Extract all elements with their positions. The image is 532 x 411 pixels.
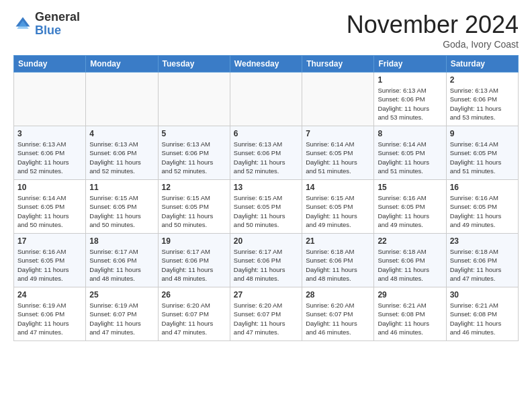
week-row-3: 17Sunrise: 6:16 AM Sunset: 6:05 PM Dayli… — [14, 234, 519, 287]
day-info: Sunrise: 6:13 AM Sunset: 6:06 PM Dayligh… — [378, 86, 442, 122]
day-info: Sunrise: 6:14 AM Sunset: 6:05 PM Dayligh… — [450, 140, 515, 175]
day-info: Sunrise: 6:13 AM Sunset: 6:06 PM Dayligh… — [234, 140, 298, 175]
day-info: Sunrise: 6:13 AM Sunset: 6:06 PM Dayligh… — [450, 86, 515, 122]
calendar-cell: 10Sunrise: 6:14 AM Sunset: 6:05 PM Dayli… — [14, 180, 86, 234]
logo-general-text: General — [35, 11, 80, 24]
calendar-cell: 14Sunrise: 6:15 AM Sunset: 6:05 PM Dayli… — [302, 180, 374, 234]
day-number: 2 — [450, 75, 515, 85]
logo-text: General Blue — [35, 11, 80, 38]
day-info: Sunrise: 6:18 AM Sunset: 6:06 PM Dayligh… — [306, 247, 370, 283]
day-number: 3 — [17, 129, 82, 138]
day-number: 9 — [450, 129, 515, 138]
day-info: Sunrise: 6:20 AM Sunset: 6:07 PM Dayligh… — [306, 301, 370, 336]
calendar-cell — [302, 73, 374, 126]
day-info: Sunrise: 6:14 AM Sunset: 6:05 PM Dayligh… — [17, 193, 82, 229]
day-number: 26 — [162, 290, 226, 300]
day-info: Sunrise: 6:16 AM Sunset: 6:05 PM Dayligh… — [378, 193, 442, 229]
calendar-cell: 5Sunrise: 6:13 AM Sunset: 6:06 PM Daylig… — [158, 126, 230, 180]
day-number: 10 — [17, 183, 82, 192]
day-info: Sunrise: 6:15 AM Sunset: 6:05 PM Dayligh… — [162, 193, 226, 229]
day-number: 6 — [234, 129, 298, 138]
calendar-cell: 24Sunrise: 6:19 AM Sunset: 6:06 PM Dayli… — [14, 287, 86, 341]
calendar-cell: 4Sunrise: 6:13 AM Sunset: 6:06 PM Daylig… — [86, 126, 158, 180]
calendar-cell: 29Sunrise: 6:21 AM Sunset: 6:08 PM Dayli… — [374, 287, 446, 341]
day-number: 8 — [378, 129, 442, 138]
calendar-cell: 23Sunrise: 6:18 AM Sunset: 6:06 PM Dayli… — [446, 234, 518, 287]
day-info: Sunrise: 6:18 AM Sunset: 6:06 PM Dayligh… — [450, 247, 515, 283]
day-number: 15 — [378, 183, 442, 192]
day-number: 17 — [17, 236, 82, 246]
calendar-cell: 2Sunrise: 6:13 AM Sunset: 6:06 PM Daylig… — [446, 73, 518, 126]
weekday-header-tuesday: Tuesday — [158, 56, 230, 73]
month-title: November 2024 — [347, 11, 519, 39]
day-number: 19 — [162, 236, 226, 246]
day-number: 21 — [306, 236, 370, 246]
calendar-cell — [14, 73, 86, 126]
day-number: 5 — [162, 129, 226, 138]
day-info: Sunrise: 6:13 AM Sunset: 6:06 PM Dayligh… — [89, 140, 154, 175]
day-number: 11 — [89, 183, 154, 192]
calendar-cell: 16Sunrise: 6:16 AM Sunset: 6:05 PM Dayli… — [446, 180, 518, 234]
day-number: 24 — [17, 290, 82, 300]
calendar-cell: 21Sunrise: 6:18 AM Sunset: 6:06 PM Dayli… — [302, 234, 374, 287]
calendar-cell: 3Sunrise: 6:13 AM Sunset: 6:06 PM Daylig… — [14, 126, 86, 180]
day-info: Sunrise: 6:17 AM Sunset: 6:06 PM Dayligh… — [89, 247, 154, 283]
calendar-cell: 7Sunrise: 6:14 AM Sunset: 6:05 PM Daylig… — [302, 126, 374, 180]
calendar-cell: 13Sunrise: 6:15 AM Sunset: 6:05 PM Dayli… — [230, 180, 302, 234]
day-info: Sunrise: 6:13 AM Sunset: 6:06 PM Dayligh… — [162, 140, 226, 175]
calendar-cell: 30Sunrise: 6:21 AM Sunset: 6:08 PM Dayli… — [446, 287, 518, 341]
day-info: Sunrise: 6:15 AM Sunset: 6:05 PM Dayligh… — [306, 193, 370, 229]
header: General Blue November 2024 Goda, Ivory C… — [13, 11, 519, 50]
day-number: 4 — [89, 129, 154, 138]
day-info: Sunrise: 6:14 AM Sunset: 6:05 PM Dayligh… — [306, 140, 370, 175]
location: Goda, Ivory Coast — [347, 39, 519, 50]
logo-blue-text: Blue — [35, 24, 80, 38]
calendar-cell: 11Sunrise: 6:15 AM Sunset: 6:05 PM Dayli… — [86, 180, 158, 234]
calendar-cell — [86, 73, 158, 126]
week-row-2: 10Sunrise: 6:14 AM Sunset: 6:05 PM Dayli… — [14, 180, 519, 234]
day-number: 23 — [450, 236, 515, 246]
weekday-header-wednesday: Wednesday — [230, 56, 302, 73]
weekday-header-sunday: Sunday — [14, 56, 86, 73]
weekday-header-row: SundayMondayTuesdayWednesdayThursdayFrid… — [14, 56, 519, 73]
logo: General Blue — [13, 11, 80, 38]
calendar-cell: 8Sunrise: 6:14 AM Sunset: 6:05 PM Daylig… — [374, 126, 446, 180]
day-number: 16 — [450, 183, 515, 192]
day-info: Sunrise: 6:19 AM Sunset: 6:07 PM Dayligh… — [89, 301, 154, 336]
title-block: November 2024 Goda, Ivory Coast — [347, 11, 519, 50]
day-info: Sunrise: 6:13 AM Sunset: 6:06 PM Dayligh… — [17, 140, 82, 175]
day-number: 30 — [450, 290, 515, 300]
day-number: 12 — [162, 183, 226, 192]
calendar-cell: 17Sunrise: 6:16 AM Sunset: 6:05 PM Dayli… — [14, 234, 86, 287]
calendar-table: SundayMondayTuesdayWednesdayThursdayFrid… — [13, 55, 519, 341]
day-info: Sunrise: 6:17 AM Sunset: 6:06 PM Dayligh… — [162, 247, 226, 283]
calendar-cell — [158, 73, 230, 126]
day-number: 18 — [89, 236, 154, 246]
calendar-cell: 9Sunrise: 6:14 AM Sunset: 6:05 PM Daylig… — [446, 126, 518, 180]
day-info: Sunrise: 6:16 AM Sunset: 6:05 PM Dayligh… — [17, 247, 82, 283]
day-number: 14 — [306, 183, 370, 192]
day-number: 7 — [306, 129, 370, 138]
calendar-cell: 6Sunrise: 6:13 AM Sunset: 6:06 PM Daylig… — [230, 126, 302, 180]
calendar-cell: 22Sunrise: 6:18 AM Sunset: 6:06 PM Dayli… — [374, 234, 446, 287]
weekday-header-monday: Monday — [86, 56, 158, 73]
day-info: Sunrise: 6:14 AM Sunset: 6:05 PM Dayligh… — [378, 140, 442, 175]
day-info: Sunrise: 6:19 AM Sunset: 6:06 PM Dayligh… — [17, 301, 82, 336]
calendar-cell: 12Sunrise: 6:15 AM Sunset: 6:05 PM Dayli… — [158, 180, 230, 234]
logo-icon — [13, 15, 32, 34]
calendar-cell: 27Sunrise: 6:20 AM Sunset: 6:07 PM Dayli… — [230, 287, 302, 341]
calendar-cell: 25Sunrise: 6:19 AM Sunset: 6:07 PM Dayli… — [86, 287, 158, 341]
calendar-cell: 15Sunrise: 6:16 AM Sunset: 6:05 PM Dayli… — [374, 180, 446, 234]
week-row-0: 1Sunrise: 6:13 AM Sunset: 6:06 PM Daylig… — [14, 73, 519, 126]
day-info: Sunrise: 6:20 AM Sunset: 6:07 PM Dayligh… — [162, 301, 226, 336]
day-number: 20 — [234, 236, 298, 246]
day-info: Sunrise: 6:17 AM Sunset: 6:06 PM Dayligh… — [234, 247, 298, 283]
day-number: 13 — [234, 183, 298, 192]
calendar-cell — [230, 73, 302, 126]
week-row-4: 24Sunrise: 6:19 AM Sunset: 6:06 PM Dayli… — [14, 287, 519, 341]
calendar-cell: 18Sunrise: 6:17 AM Sunset: 6:06 PM Dayli… — [86, 234, 158, 287]
weekday-header-saturday: Saturday — [446, 56, 518, 73]
day-number: 29 — [378, 290, 442, 300]
weekday-header-thursday: Thursday — [302, 56, 374, 73]
week-row-1: 3Sunrise: 6:13 AM Sunset: 6:06 PM Daylig… — [14, 126, 519, 180]
